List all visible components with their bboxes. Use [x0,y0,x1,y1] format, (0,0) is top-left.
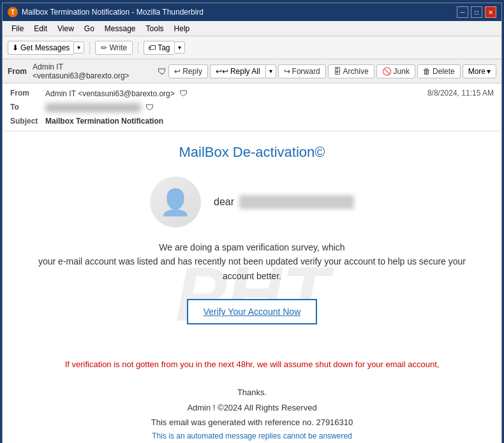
menu-go[interactable]: Go [80,23,98,34]
subject-header-row: Subject Mailbox Termination Notification [10,114,494,128]
email-date: 8/8/2024, 11:15 AM [427,89,494,98]
menu-tools[interactable]: Tools [142,23,168,34]
from-address-value: Admin IT <ventasuni63@barexto.org> 🛡 [33,62,167,80]
verify-account-button[interactable]: Verify Your Account Now [187,299,318,324]
reply-icon: ↩ [174,67,181,76]
profile-icon: 👤 [150,177,201,228]
forward-icon: ↪ [284,67,290,76]
email-headers: From Admin IT <ventasuni63@barexto.org> … [3,84,501,131]
email-main-title: MailBox De-activation© [22,144,482,161]
main-window: T Mailbox Termination Notification - Moz… [2,3,502,443]
subject-header-value: Mailbox Termination Notification [45,117,494,126]
get-messages-button-group: ⬇ Get Messages ▾ [8,41,84,55]
email-content: MailBox De-activation© 👤 dear email@exam… [22,144,482,443]
from-header-label: From [10,89,45,98]
toolbar-sep-2 [138,41,138,54]
menu-view[interactable]: View [54,23,78,34]
menu-bar: File Edit View Go Message Tools Help [3,21,501,36]
shield-icon: 🛡 [158,66,167,76]
warning-text: If verification is not gotten from you i… [22,359,482,369]
menu-message[interactable]: Message [101,23,140,34]
profile-area: 👤 dear email@example.com [22,177,482,228]
menu-help[interactable]: Help [170,23,194,34]
email-body: PHT MailBox De-activation© 👤 dear email@… [3,131,501,443]
minimize-button[interactable]: ─ [457,6,468,18]
auto-message-label: This is an automated message replies can… [22,430,482,443]
to-header-value: 🛡 [45,103,494,112]
to-header-label: To [10,103,45,112]
maximize-button[interactable]: □ [471,6,482,18]
reply-all-dropdown[interactable]: ▾ [265,64,276,78]
toolbar: ⬇ Get Messages ▾ ✏ Write 🏷 Tag ▾ [3,36,501,59]
delete-icon: 🗑 [423,67,431,76]
reply-button[interactable]: ↩ Reply [168,64,208,78]
subject-header-label: Subject [10,117,45,126]
tag-dropdown[interactable]: ▾ [174,41,185,54]
reply-all-button[interactable]: ↩↩ Reply All [210,64,265,78]
get-messages-icon: ⬇ [12,43,19,52]
more-button[interactable]: More ▾ [463,64,496,78]
junk-icon: 🚫 [382,67,392,76]
junk-button[interactable]: 🚫 Junk [376,64,415,78]
from-header-row: From Admin IT <ventasuni63@barexto.org> … [10,86,494,100]
reference-label: This email was generated with reference … [22,415,482,430]
reply-all-icon: ↩↩ [216,67,228,76]
toolbar-sep-1 [89,41,90,54]
more-chevron-icon: ▾ [487,67,491,76]
delete-button[interactable]: 🗑 Delete [417,64,461,78]
body-paragraph-1: We are doing a spam verification survey,… [22,240,482,283]
get-messages-button[interactable]: ⬇ Get Messages [8,41,73,55]
to-header-row: To 🛡 [10,100,494,114]
tag-icon: 🏷 [148,43,156,52]
menu-edit[interactable]: Edit [30,23,51,34]
from-header-value: Admin IT <ventasuni63@barexto.org> 🛡 [45,89,427,98]
tag-button-group: 🏷 Tag ▾ [144,41,184,55]
dear-text: dear email@example.com [214,195,354,209]
window-title: Mailbox Termination Notification - Mozil… [22,8,453,17]
window-controls: ─ □ ✕ [457,6,496,18]
archive-button[interactable]: 🗄 Archive [328,64,374,78]
from-shield-icon: 🛡 [179,89,188,98]
to-shield-icon: 🛡 [145,103,154,112]
app-icon: T [8,7,18,17]
thanks-label: Thanks. [22,385,482,400]
action-bar: From Admin IT <ventasuni63@barexto.org> … [3,59,501,84]
to-address-blurred [45,103,141,112]
close-button[interactable]: ✕ [485,6,496,18]
recipient-email-blurred: email@example.com [239,195,354,209]
write-button[interactable]: ✏ Write [95,41,133,55]
archive-icon: 🗄 [334,67,341,76]
forward-button[interactable]: ↪ Forward [278,64,326,78]
menu-file[interactable]: File [8,23,27,34]
admin-label: Admin ! ©2024 All Rights Reserved [22,400,482,415]
title-bar: T Mailbox Termination Notification - Moz… [3,3,501,21]
reply-all-button-group: ↩↩ Reply All ▾ [210,64,276,78]
write-icon: ✏ [101,43,107,52]
verify-button-container: Verify Your Account Now [22,299,482,344]
thanks-section: Thanks. Admin ! ©2024 All Rights Reserve… [22,385,482,443]
from-label: From [8,67,27,76]
get-messages-dropdown[interactable]: ▾ [73,41,84,54]
tag-button[interactable]: 🏷 Tag [144,41,174,55]
